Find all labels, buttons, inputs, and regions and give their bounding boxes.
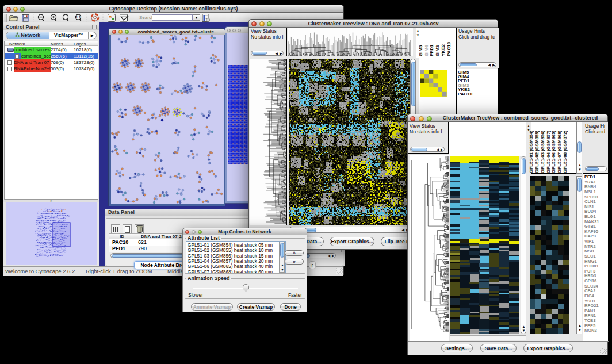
- svg-text:1:1: 1:1: [76, 16, 81, 19]
